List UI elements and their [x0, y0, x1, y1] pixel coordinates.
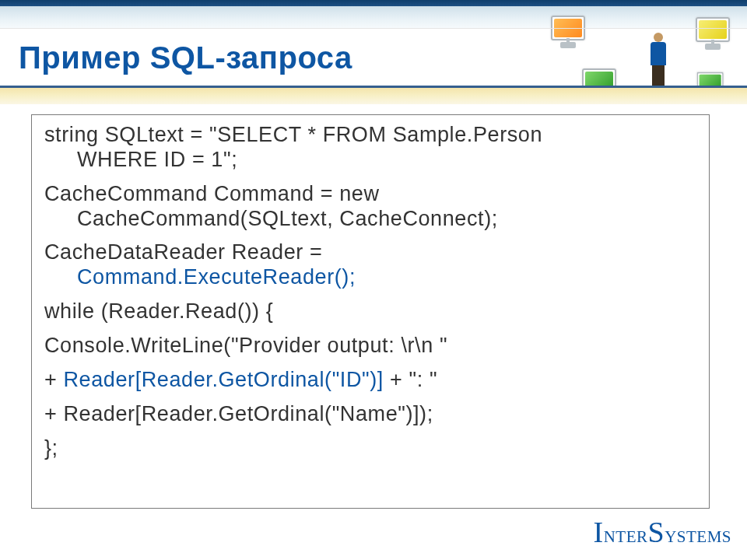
code-text: CacheDataReader Reader = — [44, 240, 322, 264]
logo-text: nter — [604, 521, 648, 547]
code-block: string SQLtext = "SELECT * FROM Sample.P… — [31, 114, 710, 509]
code-line: string SQLtext = "SELECT * FROM Sample.P… — [44, 123, 696, 173]
logo-text: I — [594, 516, 604, 548]
code-line: CacheDataReader Reader = Command.Execute… — [44, 240, 696, 290]
header-band — [0, 6, 747, 29]
code-text: string SQLtext = "SELECT * FROM Sample.P… — [44, 123, 542, 146]
code-text: + ": " — [384, 368, 437, 391]
code-text: CacheCommand(SQLtext, CacheConnect); — [44, 207, 696, 232]
top-bar — [0, 0, 747, 6]
code-line: Console.WriteLine("Provider output: \r\n… — [44, 334, 696, 359]
intersystems-logo: InterSystems — [594, 515, 731, 549]
code-line: CacheCommand Command = new CacheCommand(… — [44, 182, 696, 232]
code-text: CacheCommand Command = new — [44, 182, 380, 205]
logo-text: S — [648, 516, 665, 548]
code-line: + Reader[Reader.GetOrdinal("ID")] + ": " — [44, 368, 696, 393]
slide-title: Пример SQL-запроса — [19, 40, 352, 75]
logo-text: ystems — [665, 521, 731, 547]
slide: Пример SQL-запроса string SQLtext = "SEL… — [0, 0, 747, 560]
title-band: Пример SQL-запроса — [0, 28, 747, 87]
code-line: + Reader[Reader.GetOrdinal("Name")]); — [44, 402, 696, 427]
code-text: + — [44, 368, 63, 391]
code-text: WHERE ID = 1"; — [44, 148, 696, 173]
gold-band — [0, 86, 747, 104]
code-text: Reader[Reader.GetOrdinal("ID")] — [63, 368, 383, 391]
code-text: Command.ExecuteReader(); — [44, 265, 696, 290]
code-line: while (Reader.Read()) { — [44, 299, 696, 324]
code-line: }; — [44, 436, 696, 461]
